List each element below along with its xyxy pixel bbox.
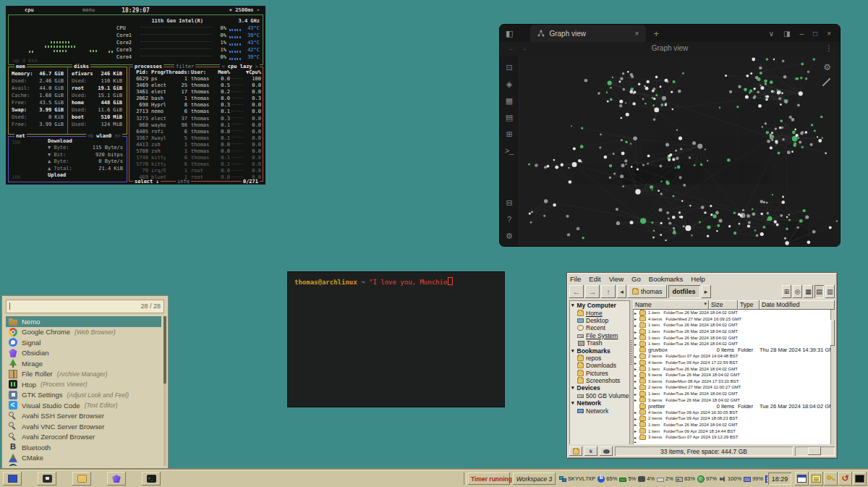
settings-icon[interactable]: ⚙ [506, 232, 513, 240]
process-table-header[interactable]: Pid: Program: Threads: User: Mem% ▼Cpu% [129, 69, 263, 76]
path-current-button[interactable]: dotfiles [668, 285, 700, 298]
calendar-icon[interactable]: ▤ [506, 114, 513, 122]
back-button[interactable]: ← [569, 285, 584, 298]
graph-icon[interactable]: ◈ [506, 80, 512, 88]
sidebar-item[interactable]: Downloads [571, 362, 629, 369]
program-window-button[interactable] [795, 472, 809, 486]
keys-button[interactable] [824, 472, 838, 486]
path-more-button[interactable]: ▸ [702, 285, 711, 298]
scrollbar-thumb[interactable] [163, 316, 166, 384]
taskbar-clock[interactable]: 18:29 [768, 473, 791, 485]
expander-icon[interactable]: ▸ [634, 410, 639, 415]
launcher-search-input[interactable]: 28 / 28 [6, 300, 164, 313]
display-button[interactable] [853, 472, 867, 486]
history-button[interactable]: ◂ [617, 285, 626, 298]
process-row[interactable]: 868 waybar 98 thomas 0.1 0.0 [129, 122, 263, 129]
side-pane-toggle-button[interactable] [569, 446, 582, 456]
template-icon[interactable]: ⊞ [506, 130, 512, 138]
file-row[interactable]: ▸ backups 4 items Folder Wed 27 Mar 2024… [633, 316, 639, 323]
scrollbar-thumb[interactable] [808, 447, 821, 455]
graph-canvas[interactable]: ⚙ [519, 56, 840, 246]
path-home-button[interactable]: thomas [628, 285, 667, 298]
computer-launcher-button[interactable] [3, 472, 22, 486]
icon-view-button[interactable]: ▦ [804, 285, 813, 298]
sidebar-item[interactable]: Desktop [571, 317, 629, 324]
file-row[interactable]: ▸ gruvbox-95 2 items Folder Sun 07 Apr 2… [633, 353, 639, 360]
expander-icon[interactable]: ▸ [634, 385, 639, 390]
launcher-item[interactable]: Avahi Zeroconf Browser [6, 432, 161, 443]
process-row[interactable]: 3461 electron 17 thomas 0.2 0.0 [129, 89, 263, 96]
launcher-item[interactable]: Bluetooth [6, 442, 161, 453]
new-tab-button[interactable]: ⊞ [782, 285, 791, 298]
sidebar-item[interactable]: My Computer [571, 302, 629, 309]
search-button[interactable]: ◎ [793, 285, 802, 298]
sidebar-item[interactable]: Devices [571, 384, 629, 391]
process-row[interactable]: 4413 zsh 1 thomas 0.0 0.0 [129, 142, 263, 148]
expander-icon[interactable]: ▸ [634, 354, 639, 359]
file-row[interactable]: ▸ i3 1 item Folder Tue 26 Mar 2024 18:04… [633, 365, 639, 372]
swap-tray-item[interactable]: 99% [744, 475, 763, 482]
process-row[interactable]: 1748 kitty 6 thomas 0.1 0.0 [129, 155, 263, 161]
file-row[interactable]: ▸ fonts 1 item Folder Tue 26 Mar 2024 18… [633, 334, 639, 341]
back-icon[interactable]: ← [509, 44, 516, 52]
forward-icon[interactable]: → [520, 44, 527, 52]
help-icon[interactable]: ? [507, 216, 511, 224]
minimize-icon[interactable]: – [800, 30, 804, 38]
file-row[interactable]: ▸ systemd 1 item Folder Tue 26 Mar 2024 … [633, 440, 639, 443]
close-icon[interactable]: × [827, 30, 831, 38]
right-sidebar-toggle-icon[interactable]: ◨ [783, 30, 790, 38]
list-view-button[interactable]: ▤ [814, 285, 824, 298]
sidebar-item[interactable]: Pictures [571, 370, 629, 377]
canvas-icon[interactable]: ▦ [506, 97, 513, 105]
memory-tray-item[interactable]: 2% [657, 475, 673, 482]
launcher-item[interactable]: Signal [6, 337, 161, 348]
tab-close-icon[interactable]: × [635, 30, 639, 38]
maximize-icon[interactable]: □ [813, 30, 817, 38]
launcher-item[interactable]: Avahi SSH Server Browser [6, 411, 161, 422]
sidebar-item[interactable]: Network [571, 399, 629, 407]
file-row[interactable]: ▸ nvim 2 items Folder Wed 27 Mar 2024 11… [633, 384, 639, 391]
file-row[interactable]: ▸ gruvbox 0 items Folder Thu 28 Mar 2024… [633, 347, 830, 354]
launcher-item[interactable]: GTK Settings (Adjust Look and Feel) [6, 390, 161, 401]
processes-box-label[interactable]: processes [133, 64, 163, 69]
battery-tray-item[interactable]: 5% [619, 475, 636, 482]
filter-button[interactable]: filter [174, 64, 195, 69]
file-row[interactable]: ▸ swaync 3 items Folder Sun 07 Apr 2024 … [633, 434, 639, 441]
column-header-date[interactable]: Date Modified [760, 300, 835, 310]
file-row[interactable]: ▸ swappy 1 item Folder Tue 09 Apr 2024 1… [633, 428, 639, 434]
launcher-item[interactable]: Mirage [6, 358, 161, 369]
kitty-launcher-button[interactable] [38, 472, 56, 486]
open-terminal-button[interactable]: k [584, 446, 597, 456]
cpu-tray-item[interactable]: 4% [638, 475, 655, 482]
expander-icon[interactable]: ▸ [634, 360, 639, 365]
process-row[interactable]: 698 Hyprland 8 thomas 0.3 0.0 [129, 102, 263, 109]
column-header-size[interactable]: Size [709, 300, 738, 310]
launcher-item[interactable]: File Roller (Archive Manager) [6, 369, 161, 380]
menu-item[interactable]: File [570, 275, 581, 283]
mem-box-label[interactable]: mem [14, 64, 27, 69]
sidebar-item[interactable]: repos [571, 355, 629, 362]
file-row[interactable]: ▸ rofi 4 items Folder Tue 09 Apr 2024 16… [633, 410, 639, 416]
file-row[interactable]: ▸ prettier 0 items Folder Tue 26 Mar 202… [633, 403, 830, 410]
file-row[interactable]: ▸ nvim-old 1 item Folder Tue 26 Mar 2024… [633, 391, 639, 397]
split-view-button[interactable]: ▥ [825, 285, 835, 298]
graph-settings-icon[interactable]: ⚙ [823, 62, 831, 72]
file-row[interactable]: ▸ kitty 3 items Folder Mon 08 Apr 2024 1… [633, 378, 639, 385]
process-row[interactable]: 3469 electron 25 thomas 0.5 0.0 [129, 82, 263, 89]
volume-tray-item[interactable]: 100% [719, 475, 741, 483]
btop-cpu-tab[interactable]: cpu [25, 7, 34, 13]
expander-icon[interactable]: ▸ [634, 366, 639, 371]
expander-icon[interactable]: ▸ [634, 323, 639, 328]
list-scrollbar[interactable] [830, 310, 835, 444]
forward-button[interactable]: → [585, 285, 600, 298]
terminal-window[interactable]: thomas@archlinux ~ "I love you, Munchie [287, 271, 505, 407]
uptime-tray-item[interactable]: 8:12 [765, 475, 767, 483]
expander-icon[interactable]: ▸ [634, 416, 639, 421]
process-row[interactable]: 2713 nemo 6 thomas 0.1 0.0 [129, 109, 263, 115]
terminal-icon[interactable]: >_ [505, 147, 514, 155]
vault-switcher-icon[interactable]: ⊟ [506, 199, 512, 207]
left-sidebar-toggle-icon[interactable]: ◧ [506, 29, 513, 38]
launcher-item[interactable]: Electron 28 [6, 463, 161, 466]
disk-tray-item[interactable]: 83% [676, 475, 695, 482]
file-row[interactable]: ▸ scripts 2 items Folder Tue 09 Apr 2024… [633, 415, 639, 422]
